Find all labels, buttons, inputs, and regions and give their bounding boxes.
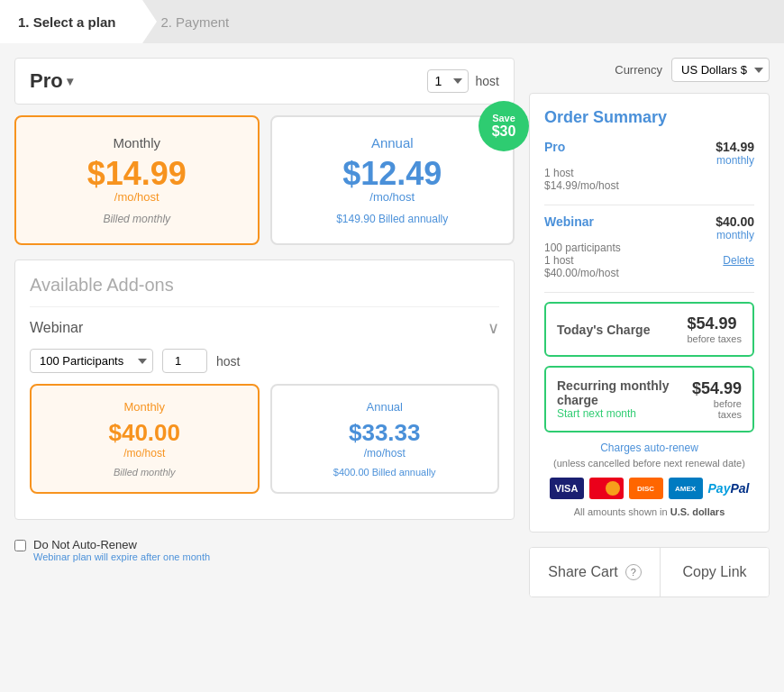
mastercard-icon	[589, 478, 624, 499]
pro-item-header: Pro $14.99 monthly	[544, 140, 754, 167]
recurring-charge-label-col: Recurring monthly charge Start next mont…	[557, 378, 692, 420]
annual-card[interactable]: Save $30 Annual $12.49 /mo/host $149.90 …	[270, 115, 515, 245]
pro-item-sub2: $14.99/mo/host	[544, 179, 754, 192]
paypal-icon: PayPal	[708, 481, 750, 496]
webinar-price-col: $40.00 monthly	[716, 214, 754, 241]
host-selector: 1 2 5 10 host	[427, 69, 499, 93]
share-cart-label: Share Cart	[548, 564, 617, 580]
today-charge-row: Today's Charge $54.99 before taxes	[557, 314, 742, 344]
payment-icons: VISA DISC AMEX PayPal	[544, 478, 754, 499]
webinar-host-label: host	[216, 354, 240, 369]
monthly-billing: Billed monthly	[34, 213, 240, 225]
today-charge-price-col: $54.99 before taxes	[687, 314, 742, 344]
recurring-charge-price-col: $54.99 before taxes	[692, 379, 742, 420]
copy-link-label: Copy Link	[682, 564, 746, 579]
autorenew-sublabel: Webinar plan will expire after one month	[33, 551, 210, 562]
main-layout: Pro ▾ 1 2 5 10 host Monthly $14.99 /mo/h…	[0, 43, 784, 612]
left-panel: Pro ▾ 1 2 5 10 host Monthly $14.99 /mo/h…	[14, 58, 515, 597]
host-count-select[interactable]: 1 2 5 10	[427, 69, 469, 93]
webinar-item-sub1: 100 participants	[544, 241, 754, 254]
webinar-item-header: Webinar $40.00 monthly	[544, 214, 754, 241]
annual-unit: /mo/host	[290, 190, 496, 204]
breadcrumb: 1. Select a plan 2. Payment	[0, 0, 784, 43]
webinar-summary-item: Webinar $40.00 monthly 100 participants …	[544, 214, 754, 279]
monthly-price: $14.99	[34, 158, 240, 190]
pro-item-name: Pro	[544, 140, 565, 154]
webinar-addon: Webinar ∨ 100 Participants 500 Participa…	[30, 306, 499, 494]
addon-header: Webinar ∨	[30, 318, 499, 338]
monthly-card[interactable]: Monthly $14.99 /mo/host Billed monthly	[14, 115, 260, 245]
recurring-charge-row: Recurring monthly charge Start next mont…	[557, 378, 742, 420]
order-summary: Order Summary Pro $14.99 monthly 1 host …	[529, 93, 770, 533]
recurring-charge-box: Recurring monthly charge Start next mont…	[544, 366, 754, 432]
autorenew-checkbox[interactable]	[14, 540, 26, 551]
discover-icon: DISC	[629, 478, 663, 499]
monthly-period: Monthly	[34, 135, 240, 150]
bottom-bar: Share Cart ? Copy Link	[529, 547, 770, 597]
save-label: Save	[492, 113, 515, 123]
host-label: host	[476, 74, 499, 88]
today-charge-note: before taxes	[687, 333, 742, 344]
usd-note-text: All amounts shown in	[574, 506, 668, 517]
pricing-cards: Monthly $14.99 /mo/host Billed monthly S…	[14, 115, 515, 245]
usd-note: All amounts shown in U.S. dollars	[544, 506, 754, 517]
pro-price-col: $14.99 monthly	[716, 140, 754, 167]
share-cart-button[interactable]: Share Cart ?	[530, 548, 661, 596]
save-amount: $30	[492, 123, 516, 140]
right-panel: Currency US Dollars $ Euro € GBP £ Order…	[529, 58, 770, 597]
monthly-unit: /mo/host	[34, 190, 240, 204]
webinar-item-price: $40.00	[716, 214, 754, 229]
pro-item-cycle: monthly	[716, 154, 754, 167]
autorenew-section: Do Not Auto-Renew Webinar plan will expi…	[14, 531, 515, 569]
currency-row: Currency US Dollars $ Euro € GBP £	[529, 58, 770, 82]
webinar-monthly-price: $40.00	[46, 419, 243, 447]
step2-label: 2. Payment	[160, 14, 229, 30]
webinar-annual-billing: $400.00 Billed annually	[287, 467, 484, 478]
webinar-monthly-card[interactable]: Monthly $40.00 /mo/host Billed monthly	[30, 384, 260, 494]
summary-divider-2	[544, 292, 754, 293]
webinar-annual-unit: /mo/host	[287, 447, 484, 460]
annual-billing: $149.90 Billed annually	[290, 213, 496, 225]
annual-price: $12.49	[290, 158, 496, 190]
webinar-annual-card[interactable]: Annual $33.33 /mo/host $400.00 Billed an…	[270, 384, 500, 494]
summary-divider-1	[544, 205, 754, 205]
currency-select[interactable]: US Dollars $ Euro € GBP £	[671, 58, 770, 82]
plan-name-text: Pro	[30, 69, 63, 93]
annual-period: Annual	[290, 135, 496, 150]
webinar-sub-details: 1 host $40.00/mo/host	[544, 254, 619, 279]
amex-icon: AMEX	[669, 478, 703, 499]
auto-renew-note: Charges auto-renew	[544, 442, 754, 454]
webinar-delete-button[interactable]: Delete	[723, 254, 754, 279]
plan-header: Pro ▾ 1 2 5 10 host	[14, 58, 515, 105]
webinar-host-input[interactable]	[162, 349, 207, 373]
recurring-charge-label: Recurring monthly charge	[557, 378, 692, 407]
webinar-item-sub2: 1 host	[544, 254, 619, 267]
webinar-monthly-period: Monthly	[46, 400, 243, 414]
step1-label: 1. Select a plan	[18, 14, 115, 30]
addons-section: Available Add-ons Webinar ∨ 100 Particip…	[14, 260, 515, 520]
copy-link-button[interactable]: Copy Link	[661, 548, 769, 596]
addon-controls: 100 Participants 500 Participants 1000 P…	[30, 349, 499, 373]
pro-summary-item: Pro $14.99 monthly 1 host $14.99/mo/host	[544, 140, 754, 192]
webinar-item-sub3: $40.00/mo/host	[544, 267, 619, 279]
participants-select[interactable]: 100 Participants 500 Participants 1000 P…	[30, 349, 153, 373]
addons-title: Available Add-ons	[30, 275, 499, 296]
autorenew-text: Do Not Auto-Renew Webinar plan will expi…	[33, 538, 210, 562]
step1[interactable]: 1. Select a plan	[0, 0, 142, 43]
step2[interactable]: 2. Payment	[142, 0, 256, 43]
webinar-annual-price: $33.33	[287, 419, 484, 447]
addon-chevron-icon[interactable]: ∨	[488, 318, 499, 338]
plan-dropdown-arrow: ▾	[67, 74, 73, 88]
webinar-name: Webinar	[30, 320, 83, 336]
webinar-sub-row: 1 host $40.00/mo/host Delete	[544, 254, 754, 279]
share-help-icon: ?	[625, 564, 642, 580]
webinar-monthly-billing: Billed monthly	[46, 467, 243, 478]
recurring-charge-note: before taxes	[692, 398, 742, 420]
save-badge: Save $30	[479, 101, 529, 151]
webinar-item-cycle: monthly	[716, 229, 754, 241]
auto-renew-sub: (unless cancelled before next renewal da…	[544, 458, 754, 469]
addon-pricing-cards: Monthly $40.00 /mo/host Billed monthly A…	[30, 384, 499, 494]
recurring-charge-sublabel: Start next month	[557, 407, 692, 420]
plan-name-container[interactable]: Pro ▾	[30, 69, 73, 93]
recurring-charge-price: $54.99	[692, 379, 742, 398]
